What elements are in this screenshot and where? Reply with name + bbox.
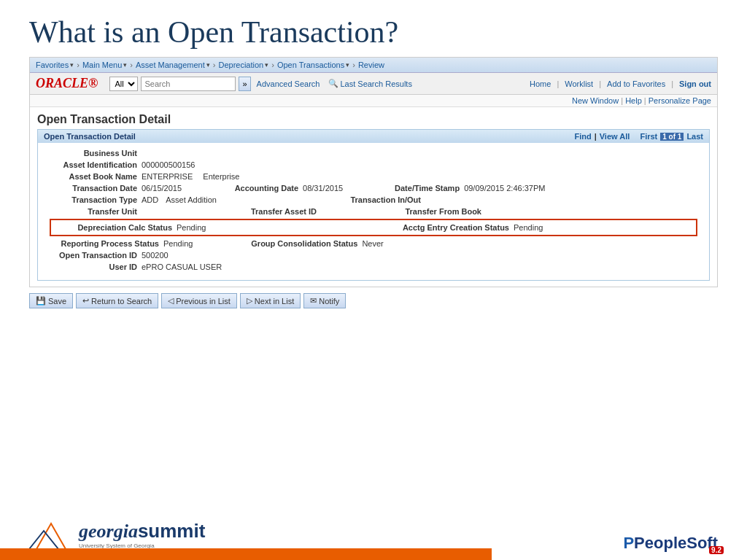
user-id-row: User ID ePRO CASUAL USER bbox=[50, 262, 697, 271]
asset-book-name-label: Asset Book Name bbox=[50, 172, 137, 181]
nav-depreciation[interactable]: Depreciation ▾ bbox=[218, 61, 268, 69]
reporting-process-value: Pending bbox=[163, 239, 193, 248]
datetime-stamp-value: 09/09/2015 2:46:37PM bbox=[464, 184, 545, 192]
asset-management-link[interactable]: Asset Management bbox=[136, 61, 205, 69]
transaction-date-label: Transaction Date bbox=[50, 184, 137, 192]
nav-arrow5: ▾ bbox=[346, 61, 349, 69]
search-input[interactable] bbox=[141, 77, 236, 91]
add-to-favorites-link[interactable]: Add to Favorites bbox=[607, 79, 665, 88]
nav-sep4: › bbox=[271, 61, 274, 69]
page-heading: Open Transaction Detail bbox=[30, 107, 717, 129]
nav-sep1: › bbox=[77, 61, 80, 69]
user-id-label: User ID bbox=[50, 262, 137, 271]
form-grid: Business Unit Asset Identification 00000… bbox=[38, 143, 709, 280]
return-icon: ↩ bbox=[82, 296, 89, 306]
nav-sep3: › bbox=[213, 61, 216, 69]
utility-bar: ORACLE® All » Advanced Search 🔍 Last Sea… bbox=[30, 73, 717, 95]
notify-button[interactable]: ✉ Notify bbox=[303, 293, 346, 308]
personalize-page-link[interactable]: Personalize Page bbox=[649, 96, 711, 105]
transaction-type-value: ADD bbox=[142, 195, 158, 204]
previous-icon: ◁ bbox=[168, 296, 174, 306]
group-consolidation-value: Never bbox=[362, 239, 383, 248]
worklist-link[interactable]: Worklist bbox=[565, 79, 593, 88]
transaction-type-desc: Asset Addition bbox=[166, 195, 217, 204]
reporting-process-label: Reporting Process Status bbox=[50, 239, 159, 248]
view-all-link[interactable]: View All bbox=[600, 132, 630, 141]
accounting-date-value: 08/31/2015 bbox=[303, 184, 343, 192]
previous-in-list-button[interactable]: ◁ Previous in List bbox=[161, 293, 237, 308]
business-unit-row: Business Unit bbox=[50, 149, 697, 158]
peoplesoft-text: PPeopleSoft bbox=[623, 534, 718, 552]
asset-book-name-row: Asset Book Name ENTERPRISE Enterprise bbox=[50, 172, 697, 181]
action-buttons: 💾 Save ↩ Return to Search ◁ Previous in … bbox=[29, 293, 718, 308]
georgia-summit-logo: georgia summit University System of Geor… bbox=[29, 516, 205, 553]
mountain-icon bbox=[29, 516, 73, 553]
detail-section: Open Transaction Detail Find | View All … bbox=[37, 129, 710, 281]
review-link[interactable]: Review bbox=[358, 61, 384, 69]
new-window-link[interactable]: New Window bbox=[572, 96, 619, 105]
depreciation-calc-value: Pending bbox=[177, 223, 206, 232]
depreciation-calc-label: Depreciation Calc Status bbox=[63, 223, 172, 232]
nav-arrow4: ▾ bbox=[265, 61, 268, 69]
utility-links: Home | Worklist | Add to Favorites | Sig… bbox=[530, 79, 711, 88]
transfer-asset-id-label: Transfer Asset ID bbox=[229, 207, 317, 216]
depreciation-link[interactable]: Depreciation bbox=[218, 61, 263, 69]
nav-favorites[interactable]: Favorites ▾ bbox=[36, 61, 74, 69]
last-search-results-link[interactable]: 🔍 Last Search Results bbox=[328, 79, 411, 88]
page-indicator: 1 of 1 bbox=[660, 133, 684, 141]
nav-arrow2: ▾ bbox=[123, 61, 127, 69]
help-link[interactable]: Help bbox=[625, 96, 642, 105]
return-to-search-button[interactable]: ↩ Return to Search bbox=[76, 293, 158, 308]
search-scope-select[interactable]: All bbox=[109, 77, 138, 91]
first-link[interactable]: First bbox=[640, 132, 657, 141]
nav-main-menu[interactable]: Main Menu ▾ bbox=[82, 61, 127, 69]
transfer-row: Transfer Unit Transfer Asset ID Transfer… bbox=[50, 207, 697, 216]
svg-marker-1 bbox=[29, 531, 58, 549]
transaction-type-row: Transaction Type ADD Asset Addition Tran… bbox=[50, 195, 697, 204]
search-go-button[interactable]: » bbox=[239, 77, 250, 91]
next-in-list-button[interactable]: ▷ Next in List bbox=[240, 293, 301, 308]
acctg-entry-label: Acctg Entry Creation Status bbox=[385, 223, 509, 232]
content-area: Favorites ▾ › Main Menu ▾ › Asset Manage… bbox=[29, 57, 718, 287]
last-link[interactable]: Last bbox=[686, 132, 703, 141]
favorites-link[interactable]: Favorites bbox=[36, 61, 69, 69]
asset-id-row: Asset Identification 000000500156 bbox=[50, 160, 697, 169]
svg-marker-0 bbox=[36, 524, 66, 549]
next-icon: ▷ bbox=[247, 296, 252, 306]
asset-id-label: Asset Identification bbox=[50, 160, 137, 169]
transaction-type-label: Transaction Type bbox=[50, 195, 137, 204]
datetime-stamp-label: Date/Time Stamp bbox=[372, 184, 460, 192]
asset-book-name-value: ENTERPRISE bbox=[142, 172, 193, 181]
home-link[interactable]: Home bbox=[530, 79, 551, 88]
transfer-from-book-label: Transfer From Book bbox=[394, 207, 481, 216]
transaction-inout-label: Transaction In/Out bbox=[333, 195, 421, 204]
nav-sep2: › bbox=[130, 61, 133, 69]
nav-asset-management[interactable]: Asset Management ▾ bbox=[136, 61, 210, 69]
find-link[interactable]: Find bbox=[574, 132, 591, 141]
page-action-bar: New Window | Help | Personalize Page bbox=[30, 95, 717, 107]
open-transaction-id-row: Open Transaction ID 500200 bbox=[50, 251, 697, 260]
peoplesoft-logo: PPeopleSoft 9.2 bbox=[623, 534, 718, 553]
main-menu-link[interactable]: Main Menu bbox=[82, 61, 122, 69]
notify-icon: ✉ bbox=[310, 296, 317, 306]
transfer-unit-label: Transfer Unit bbox=[50, 207, 137, 216]
open-transaction-id-value: 500200 bbox=[142, 251, 169, 260]
open-transaction-id-label: Open Transaction ID bbox=[50, 251, 137, 260]
summit-text: summit bbox=[138, 520, 205, 542]
save-button[interactable]: 💾 Save bbox=[29, 293, 73, 308]
advanced-search-link[interactable]: Advanced Search bbox=[257, 79, 320, 88]
search-bar: All » Advanced Search 🔍 Last Search Resu… bbox=[109, 77, 411, 91]
oracle-logo: ORACLE® bbox=[36, 76, 98, 91]
nav-open-transactions[interactable]: Open Transactions ▾ bbox=[277, 61, 349, 69]
breadcrumb-nav: Favorites ▾ › Main Menu ▾ › Asset Manage… bbox=[30, 58, 717, 73]
highlighted-status-row: Depreciation Calc Status Pending Acctg E… bbox=[50, 219, 697, 236]
date-row: Transaction Date 06/15/2015 Accounting D… bbox=[50, 184, 697, 192]
save-icon: 💾 bbox=[36, 296, 46, 306]
search-icon: 🔍 bbox=[328, 79, 338, 88]
business-unit-label: Business Unit bbox=[50, 149, 137, 158]
open-transactions-link[interactable]: Open Transactions bbox=[277, 61, 344, 69]
sign-out-link[interactable]: Sign out bbox=[679, 79, 711, 88]
section-header-label: Open Transaction Detail bbox=[44, 132, 136, 141]
georgia-text: georgia bbox=[79, 521, 138, 542]
user-id-value: ePRO CASUAL USER bbox=[142, 262, 222, 271]
